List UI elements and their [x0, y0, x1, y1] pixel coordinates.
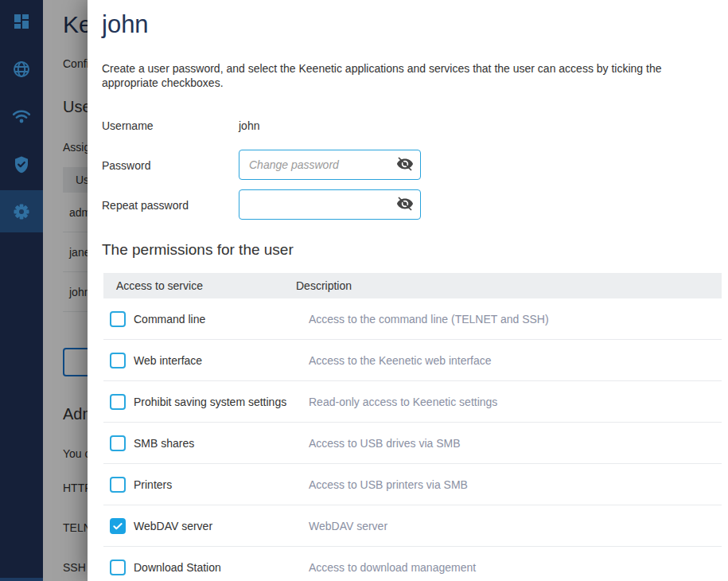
- command-line-checkbox[interactable]: [110, 311, 126, 327]
- permission-description: Access to USB printers via SMB: [309, 478, 468, 491]
- column-access: Access to service: [103, 279, 296, 292]
- eye-off-icon: [396, 195, 414, 215]
- permission-description: Read-only access to Keenetic settings: [309, 396, 497, 408]
- permission-row-smb-shares: SMB shares Access to USB drives via SMB: [103, 423, 722, 464]
- prohibit-saving-checkbox[interactable]: [110, 394, 126, 410]
- permissions-table: Access to service Description Command li…: [103, 273, 722, 581]
- permission-label: Prohibit saving system settings: [134, 396, 309, 408]
- permission-row-web-interface: Web interface Access to the Keenetic web…: [103, 340, 722, 381]
- password-visibility-toggle[interactable]: [393, 153, 417, 177]
- permission-description: Access to download management: [309, 561, 476, 574]
- permission-row-prohibit-saving: Prohibit saving system settings Read-onl…: [103, 381, 722, 423]
- repeat-password-field-wrapper: [239, 189, 421, 220]
- permission-row-download-station: Download Station Access to download mana…: [103, 547, 722, 581]
- password-field-wrapper: [239, 150, 421, 180]
- user-edit-dialog: john Create a user password, and select …: [88, 0, 728, 581]
- dialog-title: john: [102, 10, 149, 39]
- permissions-table-header: Access to service Description: [103, 273, 722, 298]
- permission-row-webdav: WebDAV server WebDAV server: [103, 505, 722, 547]
- permission-label: WebDAV server: [134, 520, 309, 532]
- web-interface-checkbox[interactable]: [110, 353, 126, 368]
- download-station-checkbox[interactable]: [110, 560, 126, 575]
- printers-checkbox[interactable]: [110, 477, 126, 493]
- repeat-password-visibility-toggle[interactable]: [393, 193, 417, 216]
- repeat-password-label: Repeat password: [102, 199, 189, 212]
- password-label: Password: [102, 159, 150, 172]
- permission-description: Access to the command line (TELNET and S…: [309, 313, 549, 326]
- username-label: Username: [102, 119, 154, 132]
- webdav-checkbox[interactable]: [110, 518, 126, 534]
- permission-label: Command line: [134, 313, 309, 326]
- password-input[interactable]: [239, 158, 393, 171]
- permissions-heading: The permissions for the user: [102, 241, 294, 259]
- permission-label: Printers: [134, 478, 309, 491]
- app-root: Ke Confi User Assig Use adm jane john Ad…: [0, 0, 728, 581]
- eye-off-icon: [396, 155, 414, 175]
- permission-row-printers: Printers Access to USB printers via SMB: [103, 464, 722, 505]
- permission-row-command-line: Command line Access to the command line …: [103, 298, 722, 340]
- permission-label: SMB shares: [134, 437, 309, 450]
- username-value: john: [239, 119, 259, 132]
- smb-shares-checkbox[interactable]: [110, 435, 126, 451]
- permission-label: Download Station: [134, 561, 309, 574]
- permission-description: WebDAV server: [309, 520, 387, 532]
- column-description: Description: [296, 279, 352, 292]
- dialog-description: Create a user password, and select the K…: [102, 61, 721, 90]
- repeat-password-input[interactable]: [239, 198, 393, 211]
- permission-label: Web interface: [134, 354, 309, 367]
- permission-description: Access to USB drives via SMB: [309, 437, 461, 450]
- permission-description: Access to the Keenetic web interface: [309, 354, 492, 367]
